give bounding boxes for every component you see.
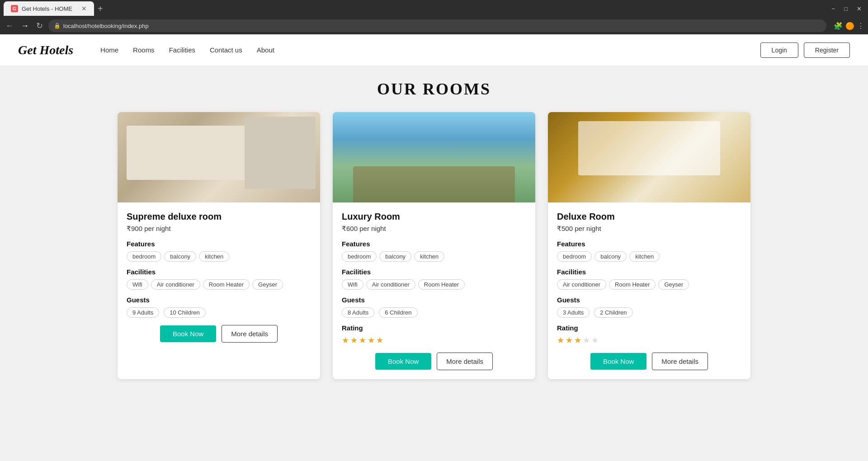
- minimize-button[interactable]: −: [829, 5, 838, 13]
- tab-bar: G Get Hotels - HOME ✕ + − □ ✕: [0, 0, 868, 17]
- facility-tag: Wifi: [127, 279, 148, 290]
- children-tag-3: 2 Children: [594, 307, 632, 318]
- star-1: ★: [342, 335, 349, 345]
- url-input[interactable]: 🔒 localhost/hotelbooking/index.php: [48, 19, 826, 32]
- forward-button[interactable]: →: [19, 19, 31, 33]
- nav-home[interactable]: Home: [100, 46, 118, 54]
- nav-about[interactable]: About: [257, 46, 274, 54]
- facility-tag: Room Heater: [418, 279, 465, 290]
- nav-contact[interactable]: Contact us: [210, 46, 242, 54]
- nav-facilities[interactable]: Facilities: [169, 46, 195, 54]
- nav-rooms[interactable]: Rooms: [133, 46, 155, 54]
- website: Get Hotels Home Rooms Facilities Contact…: [0, 34, 868, 461]
- close-button[interactable]: ✕: [854, 5, 864, 13]
- tab-close-button[interactable]: ✕: [81, 5, 87, 12]
- feature-tag: bedroom: [127, 251, 161, 262]
- facility-tag: Wifi: [342, 279, 363, 290]
- facilities-tags-2: Wifi Air conditioner Room Heater: [342, 279, 526, 290]
- book-now-button-1[interactable]: Book Now: [160, 325, 216, 342]
- features-label-1: Features: [127, 240, 311, 248]
- stars-3: ★ ★ ★ ★ ★: [557, 335, 741, 345]
- more-details-button-1[interactable]: More details: [222, 325, 278, 343]
- room-price-2: ₹600 per night: [342, 225, 526, 233]
- login-button[interactable]: Login: [760, 42, 798, 58]
- site-logo[interactable]: Get Hotels: [18, 43, 73, 57]
- nav-links: Home Rooms Facilities Contact us About: [100, 46, 274, 54]
- facilities-label-3: Facilities: [557, 268, 741, 276]
- window-controls: − □ ✕: [829, 5, 864, 13]
- facility-tag: Air conditioner: [151, 279, 200, 290]
- feature-tag: bedroom: [342, 251, 377, 262]
- facilities-label-1: Facilities: [127, 268, 311, 276]
- profile-icon[interactable]: 🟠: [845, 22, 854, 30]
- feature-tag: kitchen: [199, 251, 229, 262]
- rating-label-3: Rating: [557, 324, 741, 332]
- star-4: ★: [368, 335, 375, 345]
- card-actions-3: Book Now More details: [557, 353, 741, 370]
- guests-label-2: Guests: [342, 296, 526, 304]
- refresh-button[interactable]: ↻: [34, 19, 45, 33]
- tab-favicon: G: [11, 5, 18, 12]
- register-button[interactable]: Register: [804, 42, 850, 58]
- card-actions-1: Book Now More details: [127, 325, 311, 343]
- room-price-3: ₹500 per night: [557, 225, 741, 233]
- star-3: ★: [359, 335, 366, 345]
- new-tab-button[interactable]: +: [98, 4, 103, 14]
- menu-icon[interactable]: ⋮: [857, 22, 864, 30]
- children-tag-1: 10 Children: [164, 307, 206, 318]
- extensions-icon[interactable]: 🧩: [834, 22, 843, 30]
- url-text: localhost/hotelbooking/index.php: [63, 23, 149, 29]
- rooms-grid: Supreme deluxe room ₹900 per night Featu…: [118, 112, 750, 379]
- section-title: OUR ROOMS: [18, 80, 850, 99]
- guests-row-2: 8 Adults 6 Children: [342, 307, 526, 318]
- star-3: ★: [574, 335, 581, 345]
- auth-buttons: Login Register: [760, 42, 850, 58]
- navbar: Get Hotels Home Rooms Facilities Contact…: [0, 34, 868, 66]
- rating-section-2: Rating ★ ★ ★ ★ ★: [342, 324, 526, 345]
- feature-tag: balcony: [379, 251, 411, 262]
- guests-row-3: 3 Adults 2 Children: [557, 307, 741, 318]
- room-card-3: Deluxe Room ₹500 per night Features bedr…: [548, 112, 750, 379]
- features-label-3: Features: [557, 240, 741, 248]
- children-tag-2: 6 Children: [379, 307, 417, 318]
- facility-tag: Air conditioner: [366, 279, 415, 290]
- adults-tag-2: 8 Adults: [342, 307, 374, 318]
- room-body-2: Luxury Room ₹600 per night Features bedr…: [333, 202, 535, 379]
- room-image-2: [333, 112, 535, 202]
- room-card-1: Supreme deluxe room ₹900 per night Featu…: [118, 112, 320, 379]
- back-button[interactable]: ←: [4, 19, 15, 33]
- adults-tag-3: 3 Adults: [557, 307, 590, 318]
- room-price-1: ₹900 per night: [127, 225, 311, 233]
- adults-tag-1: 9 Adults: [127, 307, 159, 318]
- room-image-1: [118, 112, 320, 202]
- maximize-button[interactable]: □: [841, 5, 850, 13]
- room-name-1: Supreme deluxe room: [127, 212, 311, 222]
- book-now-button-2[interactable]: Book Now: [375, 353, 431, 370]
- browser-action-buttons: 🧩 🟠 ⋮: [834, 22, 864, 30]
- feature-tag: bedroom: [557, 251, 592, 262]
- main-content: OUR ROOMS Supreme deluxe room ₹900 per n…: [0, 66, 868, 461]
- room-image-3: [548, 112, 750, 202]
- browser-chrome: G Get Hotels - HOME ✕ + − □ ✕ ← → ↻ 🔒 lo…: [0, 0, 868, 34]
- more-details-button-2[interactable]: More details: [437, 353, 493, 370]
- address-bar: ← → ↻ 🔒 localhost/hotelbooking/index.php…: [0, 17, 868, 34]
- star-2: ★: [350, 335, 358, 345]
- tab-title: Get Hotels - HOME: [22, 5, 72, 12]
- features-tags-3: bedroom balcony kitchen: [557, 251, 741, 262]
- book-now-button-3[interactable]: Book Now: [590, 353, 646, 370]
- guests-label-3: Guests: [557, 296, 741, 304]
- star-4: ★: [583, 335, 590, 345]
- star-2: ★: [566, 335, 573, 345]
- features-label-2: Features: [342, 240, 526, 248]
- guests-label-1: Guests: [127, 296, 311, 304]
- active-tab[interactable]: G Get Hotels - HOME ✕: [4, 1, 94, 16]
- facility-tag: Geyser: [252, 279, 283, 290]
- rating-section-3: Rating ★ ★ ★ ★ ★: [557, 324, 741, 345]
- facilities-tags-1: Wifi Air conditioner Room Heater Geyser: [127, 279, 311, 290]
- feature-tag: kitchen: [414, 251, 444, 262]
- room-body-3: Deluxe Room ₹500 per night Features bedr…: [548, 202, 750, 379]
- rating-label-2: Rating: [342, 324, 526, 332]
- feature-tag: balcony: [164, 251, 196, 262]
- more-details-button-3[interactable]: More details: [652, 353, 708, 370]
- facility-tag: Air conditioner: [557, 279, 606, 290]
